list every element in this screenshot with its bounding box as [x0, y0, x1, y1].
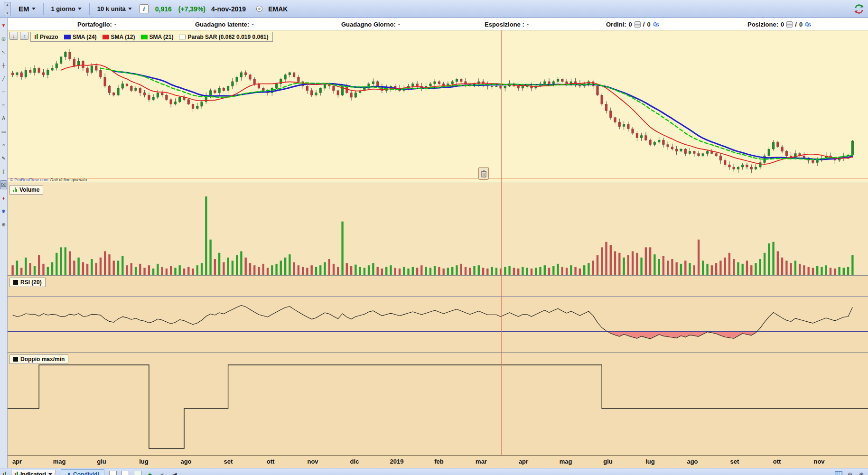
- volume-legend[interactable]: Volume: [9, 185, 43, 195]
- step-back-icon[interactable]: ◀: [171, 470, 178, 475]
- horizontal-line-tool[interactable]: ─: [0, 87, 7, 96]
- info-button[interactable]: i: [140, 4, 149, 13]
- sma24-label: SMA (24): [73, 34, 97, 40]
- top-toolbar: ▲▼ EM 1 giorno 10 k unità i 0,916 (+7,39…: [0, 0, 868, 18]
- legend-sma24[interactable]: SMA (24): [64, 34, 97, 40]
- rectangle-tool[interactable]: ▭: [0, 127, 7, 136]
- pattern-legend[interactable]: Doppio max/min: [9, 354, 68, 364]
- legend-sma12[interactable]: SMA (12): [103, 34, 135, 40]
- x-axis-label: set: [224, 458, 233, 465]
- table-icon[interactable]: [835, 471, 842, 475]
- pattern-panel[interactable]: Doppio max/min: [8, 352, 868, 455]
- pattern-swatch: [13, 357, 18, 362]
- new-chart-icon[interactable]: [134, 471, 141, 475]
- x-axis-label: lug: [645, 458, 655, 465]
- sma12-label: SMA (12): [111, 34, 135, 40]
- x-axis-label: ott: [267, 458, 275, 465]
- instrument-label: EMAK: [268, 5, 288, 13]
- sar-label: Parab SAR (0.062 0.019 0.061): [187, 34, 268, 40]
- notes-icon[interactable]: [109, 471, 117, 475]
- last-price: 0,916: [155, 5, 172, 13]
- orders-field: Ordini:0 /0: [606, 18, 659, 30]
- share-icon: ↗: [66, 471, 71, 475]
- legend-prezzo[interactable]: Prezzo: [35, 34, 58, 40]
- rsi-label: RSI (20): [20, 279, 42, 286]
- sma21-swatch: [141, 35, 148, 39]
- copy-icon[interactable]: [121, 471, 129, 475]
- volume-chart-canvas[interactable]: [8, 183, 868, 275]
- prezzo-label: Prezzo: [40, 34, 58, 40]
- chevron-down-icon: [48, 473, 52, 475]
- cursor-tool[interactable]: ↖: [0, 47, 7, 56]
- symbol-dropdown[interactable]: EM: [15, 3, 39, 15]
- scroll-up-button[interactable]: ↑: [20, 32, 28, 40]
- indicators-button[interactable]: Indicatori: [11, 470, 56, 475]
- x-axis-label: feb: [434, 458, 444, 465]
- ellipse-tool[interactable]: ○: [0, 140, 7, 149]
- zoom-in-icon[interactable]: ⊕: [858, 470, 865, 475]
- alert-tool[interactable]: ♦: [0, 194, 7, 203]
- delete-tool[interactable]: ⌧: [0, 180, 7, 189]
- eod-note: Dati di fine giornata: [50, 177, 87, 182]
- price-chart-canvas[interactable]: [8, 30, 868, 183]
- rsi-swatch: [13, 280, 18, 285]
- buy-sell-arrow-tool[interactable]: ▼: [0, 21, 7, 30]
- zoom-tool[interactable]: ⊕: [0, 220, 7, 229]
- trend-line-tool[interactable]: ╱: [0, 74, 7, 83]
- trading-platform-window: ▲▼ EM 1 giorno 10 k unità i 0,916 (+7,39…: [0, 0, 868, 475]
- x-axis-label: ago: [180, 458, 191, 465]
- units-label: 10 k unità: [97, 5, 126, 12]
- delete-object-button[interactable]: [478, 167, 489, 180]
- fibonacci-tool[interactable]: ≡: [0, 101, 7, 110]
- add-icon[interactable]: +: [146, 470, 154, 475]
- x-axis-label: giu: [97, 458, 106, 465]
- x-axis-label: mar: [476, 458, 487, 465]
- latent-gain-field: Guadagno latente:-: [195, 18, 253, 30]
- target-tool[interactable]: ◎: [0, 34, 7, 43]
- portfolio-info-bar: Portafoglio:- Guadagno latente:- Guadagn…: [8, 18, 868, 30]
- rewind-icon[interactable]: «: [159, 470, 166, 475]
- sma21-label: SMA (21): [149, 34, 174, 40]
- pattern-chart-canvas[interactable]: [8, 353, 868, 455]
- panel-scroll-widget[interactable]: ▲▼: [4, 2, 11, 16]
- text-tool[interactable]: A: [0, 114, 7, 123]
- position-field: Posizione:0 /0: [747, 18, 811, 30]
- scroll-down-button[interactable]: ↓: [9, 32, 18, 40]
- bottom-toolbar: Indicatori ↗ Condividi + « ◀ ⊖ ⊕: [0, 468, 868, 475]
- orders-list-icon[interactable]: [635, 21, 641, 28]
- rsi-panel[interactable]: RSI (20): [8, 275, 868, 352]
- pencil-tool[interactable]: ✎: [0, 154, 7, 163]
- trash-icon: [481, 170, 487, 177]
- rsi-chart-canvas[interactable]: [8, 276, 868, 352]
- copyright-note: © ProRealTime.comDati di fine giornata: [10, 177, 87, 182]
- refresh-icon[interactable]: [854, 4, 864, 14]
- volume-panel[interactable]: Volume: [8, 183, 868, 275]
- x-axis-label: nov: [813, 458, 824, 465]
- share-button[interactable]: ↗ Condividi: [61, 469, 104, 475]
- x-axis-label: ott: [773, 458, 781, 465]
- instrument-radio[interactable]: [256, 6, 262, 12]
- prorealtime-link[interactable]: © ProRealTime.com: [10, 177, 48, 182]
- time-axis[interactable]: aprmaggiulugagosetottnovdic2019febmarapr…: [8, 455, 868, 468]
- chevron-down-icon: [128, 8, 132, 10]
- units-dropdown[interactable]: 10 k unità: [93, 3, 136, 14]
- timeframe-dropdown[interactable]: 1 giorno: [47, 3, 85, 14]
- candlestick-icon: [35, 34, 38, 40]
- legend-sma21[interactable]: SMA (21): [141, 34, 174, 40]
- legend-parab-sar[interactable]: Parab SAR (0.062 0.019 0.061): [179, 34, 268, 40]
- pattern-tool[interactable]: ✱: [0, 207, 7, 216]
- rsi-legend[interactable]: RSI (20): [9, 278, 46, 287]
- zoom-out-icon[interactable]: ⊖: [846, 470, 854, 475]
- position-gear-icon[interactable]: [805, 22, 811, 27]
- price-panel[interactable]: ↓ ↑ Prezzo SMA (24) SMA (12) SMA (21): [8, 30, 868, 183]
- x-axis-label: lug: [139, 458, 149, 465]
- crosshair-tool[interactable]: ┼: [0, 61, 7, 70]
- orders-gear-icon[interactable]: [653, 22, 659, 27]
- down-arrow-icon: ↓: [12, 33, 15, 39]
- x-axis-label: 2019: [390, 458, 404, 465]
- position-list-icon[interactable]: [786, 21, 793, 28]
- indicators-label: Indicatori: [20, 471, 46, 475]
- channel-tool[interactable]: ∥: [0, 167, 7, 176]
- portfolio-field: Portafoglio:-: [77, 18, 116, 30]
- x-axis-label: mag: [560, 458, 572, 465]
